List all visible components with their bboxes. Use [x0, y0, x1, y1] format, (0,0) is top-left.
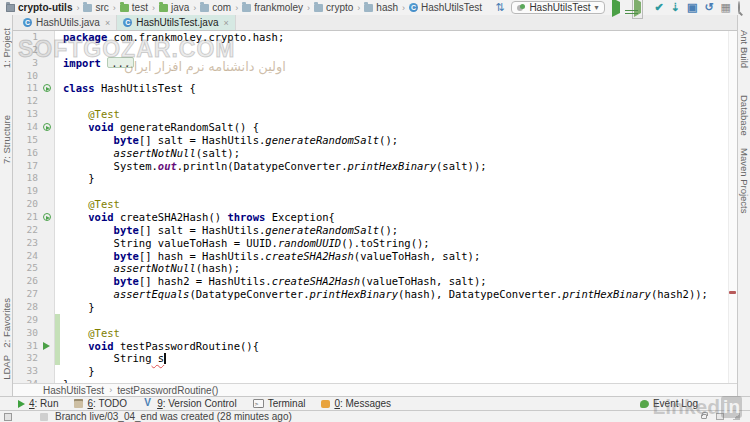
close-icon[interactable]: × — [223, 18, 228, 28]
code-line: 26 byte[] hash2 = HashUtils.createSHA2Ha… — [13, 275, 728, 288]
code-text — [60, 70, 63, 83]
compare-button[interactable]: ▦ — [721, 1, 731, 14]
gutter — [41, 198, 55, 211]
toolwindow-switcher-icon[interactable] — [4, 413, 12, 421]
editor-tab-bar: HashUtils.java×HashUtilsTest.java× — [13, 15, 737, 31]
folded-imports[interactable]: ... — [107, 57, 134, 68]
run-button[interactable] — [612, 1, 620, 14]
breadcrumb-item-src[interactable]: src — [81, 2, 110, 13]
toolwindow-button-todo[interactable]: 6: TODO — [74, 398, 127, 409]
code-line: 24 byte[] hash = HashUtils.createSHA2Has… — [13, 250, 728, 263]
editor-scrollbar[interactable] — [728, 31, 737, 383]
breadcrumb-item-HashUtilsTest[interactable]: HashUtilsTest — [407, 2, 484, 13]
code-text — [60, 44, 63, 57]
run-test-icon — [43, 342, 50, 350]
run-test-gutter-icon[interactable] — [41, 211, 55, 224]
folder-test-icon — [159, 4, 168, 12]
run-test-gutter-icon[interactable] — [41, 121, 55, 134]
heap-indicator-icon[interactable] — [716, 413, 724, 420]
gutter — [41, 147, 55, 160]
sort-icon[interactable]: ⇅ — [495, 1, 504, 14]
code-token: (hash2)); — [651, 288, 708, 300]
breadcrumb-label: crypto — [326, 2, 353, 13]
gutter — [41, 365, 55, 378]
code-text: System.out.println(DatatypeConverter.pri… — [60, 160, 487, 173]
code-text — [60, 314, 63, 327]
breadcrumb-item-test[interactable]: test — [118, 2, 150, 13]
code-token — [63, 327, 88, 339]
code-token: ().toString(); — [341, 237, 430, 249]
toolwindow-button-maven-projects[interactable]: Maven Projects — [739, 148, 750, 213]
rollback-button[interactable]: ↺ — [704, 1, 713, 14]
run-test-icon — [43, 213, 51, 221]
line-number: 1 — [13, 31, 41, 44]
code-token — [63, 275, 114, 287]
code-token: out — [158, 160, 177, 172]
code-text: void createSHA2Hash() throws Exception{ — [60, 211, 335, 224]
diff-button[interactable]: ▣ — [687, 1, 697, 14]
gutter — [41, 95, 55, 108]
code-token: generateRandomSalt — [265, 134, 379, 146]
editor-breadcrumb-item[interactable]: testPasswordRoutine() — [117, 385, 218, 396]
tab-HashUtilsTest.java[interactable]: HashUtilsTest.java× — [117, 15, 236, 30]
breadcrumb-item-com[interactable]: com — [198, 2, 233, 13]
toolwindow-button-7-structure[interactable]: 7: Structure — [1, 115, 12, 164]
code-editor[interactable]: 1package com.frankmoley.crypto.hash;23im… — [13, 31, 737, 383]
event-log-button[interactable]: Event Log — [640, 398, 750, 409]
java-class-icon — [23, 18, 32, 27]
gutter-space — [55, 121, 60, 134]
junit-config-icon — [517, 4, 525, 12]
toolwindow-button-messages[interactable]: 0: Messages — [321, 398, 391, 409]
code-text: } — [60, 301, 95, 314]
gutter — [41, 185, 55, 198]
breadcrumb-item-crypto-utils[interactable]: crypto-utils — [4, 2, 74, 13]
toolwindow-button-version-control[interactable]: 9: Version Control — [143, 398, 237, 409]
line-number: 14 — [13, 121, 41, 134]
run-test-gutter-icon[interactable] — [41, 82, 55, 95]
run-configuration-select[interactable]: HashUtilsTest ▾ — [511, 1, 604, 14]
code-token: throws — [227, 211, 271, 223]
toolwindow-button-database[interactable]: Database — [739, 95, 750, 136]
gutter-space — [55, 147, 60, 160]
code-text: void testPasswordRoutine(){ — [60, 340, 259, 353]
code-token: [] hash = HashUtils. — [139, 250, 265, 262]
run-test-gutter-icon[interactable] — [41, 340, 55, 353]
toolwindow-button-ant-build[interactable]: Ant Build — [739, 30, 750, 68]
breadcrumb-item-frankmoley[interactable]: frankmoley — [240, 2, 305, 13]
lock-icon[interactable] — [701, 414, 707, 419]
gutter — [41, 275, 55, 288]
code-text: byte[] hash2 = HashUtils.createSHA2Hash(… — [60, 275, 487, 288]
update-project-button[interactable]: ⇣ — [671, 1, 680, 14]
code-token: class — [63, 82, 101, 94]
toolwindow-button-terminal[interactable]: Terminal — [253, 398, 306, 409]
code-token: byte — [114, 224, 139, 236]
gutter — [41, 301, 55, 314]
editor-breadcrumb-item[interactable]: HashUtilsTest — [43, 385, 104, 396]
breadcrumb-item-java[interactable]: java — [157, 2, 191, 13]
commit-button[interactable]: ✔ — [655, 1, 664, 14]
close-icon[interactable]: × — [105, 18, 110, 28]
breadcrumb-item-hash[interactable]: hash — [362, 2, 400, 13]
terminal-icon — [253, 399, 264, 408]
resize-grip-icon[interactable] — [733, 413, 740, 420]
toolwindow-button-1-project[interactable]: 1: Project — [1, 28, 12, 68]
gutter-space — [55, 160, 60, 173]
breadcrumb-item-crypto[interactable]: crypto — [312, 2, 355, 13]
code-text: void generateRandomSalt() { — [60, 121, 259, 134]
breadcrumb-separator: › — [192, 3, 197, 13]
line-number: 31 — [13, 340, 41, 353]
code-token: Exception{ — [272, 211, 335, 223]
code-line: 23 String valueToHash = UUID.randomUUID(… — [13, 237, 728, 250]
tab-HashUtils.java[interactable]: HashUtils.java× — [17, 15, 117, 30]
bottom-toolwindow-bar: 4: Run6: TODO9: Version ControlTerminal0… — [0, 396, 750, 410]
breadcrumb-label: java — [171, 2, 189, 13]
code-token: System. — [63, 160, 158, 172]
error-stripe-mark[interactable] — [729, 291, 736, 294]
toolwindow-button-run[interactable]: 4: Run — [18, 398, 58, 409]
breadcrumb-separator: › — [401, 3, 406, 13]
folder-icon — [200, 4, 209, 12]
code-token — [63, 288, 114, 300]
search-everywhere-icon[interactable] — [738, 1, 740, 14]
toolwindow-button-ldap[interactable]: LDAP — [1, 355, 12, 380]
toolwindow-button-2-favorites[interactable]: 2: Favorites — [1, 298, 12, 348]
